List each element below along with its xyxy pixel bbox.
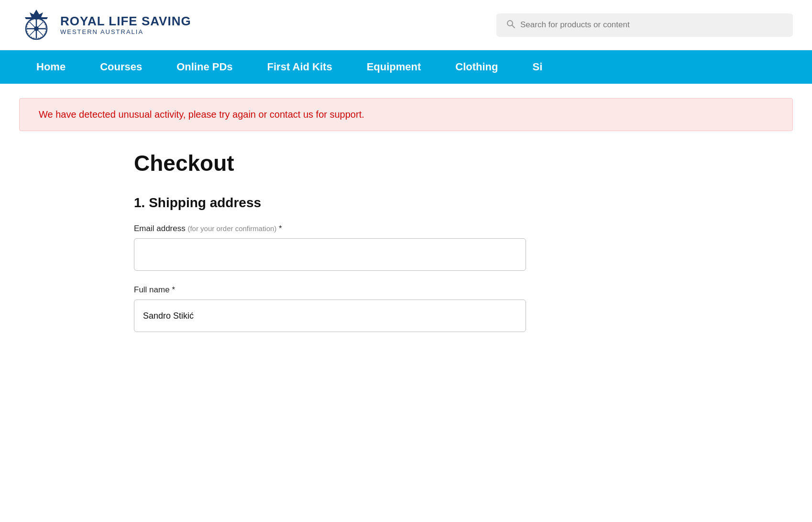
nav-item-courses[interactable]: Courses: [83, 50, 159, 84]
nav-item-home[interactable]: Home: [19, 50, 83, 84]
nav-item-online-pds[interactable]: Online PDs: [159, 50, 250, 84]
logo-subtitle: WESTERN AUSTRALIA: [60, 28, 191, 35]
email-required-marker: *: [279, 224, 282, 233]
nav-item-first-aid-kits[interactable]: First Aid Kits: [250, 50, 350, 84]
logo-icon: [19, 8, 54, 42]
logo-text: ROYAL LIFE SAVING WESTERN AUSTRALIA: [60, 14, 191, 35]
nav-item-equipment[interactable]: Equipment: [350, 50, 439, 84]
search-input[interactable]: [520, 20, 783, 30]
email-input[interactable]: [134, 238, 526, 271]
fullname-input[interactable]: [134, 300, 526, 332]
shipping-section: 1. Shipping address Email address (for y…: [134, 195, 678, 332]
fullname-required-marker: *: [172, 285, 175, 294]
search-icon: [506, 19, 516, 31]
logo-title: ROYAL LIFE SAVING: [60, 14, 191, 28]
fullname-label: Full name *: [134, 285, 678, 295]
svg-point-6: [34, 26, 39, 31]
main-nav: Home Courses Online PDs First Aid Kits E…: [0, 50, 812, 84]
nav-item-clothing[interactable]: Clothing: [438, 50, 515, 84]
alert-message: We have detected unusual activity, pleas…: [39, 109, 364, 120]
alert-banner: We have detected unusual activity, pleas…: [19, 98, 793, 131]
logo-area[interactable]: ROYAL LIFE SAVING WESTERN AUSTRALIA: [19, 8, 191, 42]
nav-item-si[interactable]: Si: [516, 50, 560, 84]
email-label-note: (for your order confirmation): [187, 224, 276, 233]
email-form-group: Email address (for your order confirmati…: [134, 224, 678, 271]
svg-line-9: [512, 25, 515, 28]
search-bar[interactable]: [496, 13, 793, 37]
shipping-section-title: 1. Shipping address: [134, 195, 678, 211]
site-header: ROYAL LIFE SAVING WESTERN AUSTRALIA: [0, 0, 812, 50]
page-title: Checkout: [134, 150, 678, 176]
email-label: Email address (for your order confirmati…: [134, 224, 678, 233]
fullname-form-group: Full name *: [134, 285, 678, 332]
main-content: Checkout 1. Shipping address Email addre…: [0, 136, 812, 375]
